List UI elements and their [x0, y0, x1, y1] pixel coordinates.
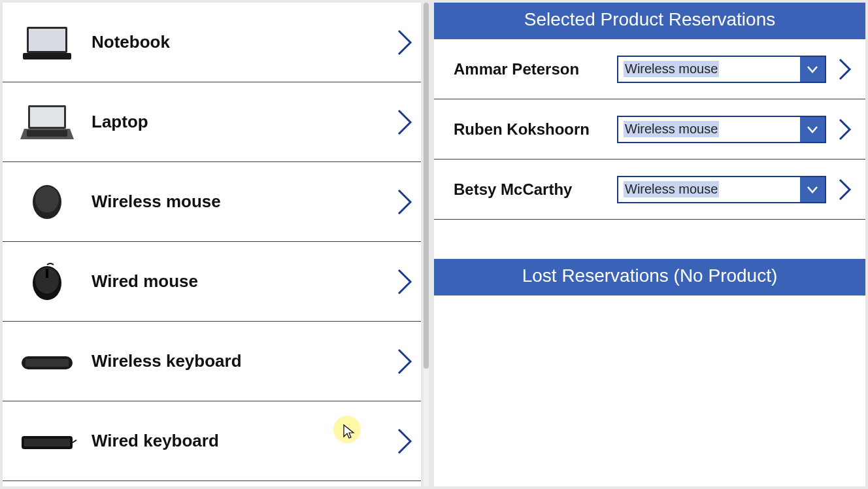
chevron-down-icon[interactable]	[800, 117, 825, 142]
notebook-icon	[14, 16, 80, 69]
svg-rect-2	[23, 53, 71, 59]
product-label: Wired mouse	[92, 271, 396, 292]
product-label: Wired keyboard	[92, 431, 396, 451]
right-panel: Selected Product Reservations Ammar Pete…	[434, 3, 865, 486]
person-name: Ammar Peterson	[454, 60, 617, 78]
chevron-right-icon	[396, 108, 414, 137]
chevron-right-icon	[396, 267, 414, 296]
chevron-right-icon	[396, 347, 414, 376]
product-item-wired-keyboard[interactable]: Wired keyboard	[3, 401, 421, 481]
product-item-wired-mouse[interactable]: Wired mouse	[3, 242, 421, 322]
selected-reservations-header: Selected Product Reservations	[434, 3, 865, 39]
product-item-wireless-mouse[interactable]: Wireless mouse	[3, 162, 421, 242]
svg-rect-4	[30, 107, 64, 127]
product-select-value: Wireless mouse	[618, 181, 800, 197]
product-label: Wireless mouse	[92, 192, 396, 212]
product-select[interactable]: Wireless mouse	[617, 56, 826, 83]
product-label: Laptop	[92, 112, 396, 132]
chevron-right-icon[interactable]	[838, 178, 852, 201]
svg-point-8	[35, 186, 59, 212]
reservation-row: Ruben Kokshoorn Wireless mouse	[434, 99, 865, 160]
chevron-down-icon[interactable]	[800, 57, 825, 82]
reservation-row: Ammar Peterson Wireless mouse	[434, 39, 865, 99]
svg-rect-1	[29, 29, 65, 51]
product-item-laptop[interactable]: Laptop	[3, 82, 421, 162]
product-select-value: Wireless mouse	[618, 121, 800, 137]
product-list: Notebook Laptop	[3, 3, 421, 486]
lost-reservations-header: Lost Reservations (No Product)	[434, 259, 865, 295]
scrollbar[interactable]	[424, 3, 429, 486]
product-item-notebook[interactable]: Notebook	[3, 3, 421, 82]
svg-rect-13	[25, 359, 69, 367]
person-name: Betsy McCarthy	[454, 180, 617, 199]
chevron-right-icon	[396, 28, 414, 57]
chevron-right-icon	[396, 188, 414, 216]
product-label: Notebook	[92, 32, 396, 52]
chevron-right-icon	[396, 427, 414, 456]
chevron-right-icon[interactable]	[838, 118, 852, 141]
chevron-down-icon[interactable]	[800, 177, 825, 202]
product-item-wireless-keyboard[interactable]: Wireless keyboard	[3, 322, 421, 401]
reservation-row: Betsy McCarthy Wireless mouse	[434, 160, 865, 220]
product-label: Wireless keyboard	[92, 351, 396, 371]
mouse-wireless-icon	[14, 176, 80, 228]
svg-rect-15	[24, 439, 70, 447]
chevron-right-icon[interactable]	[838, 58, 852, 81]
product-select[interactable]: Wireless mouse	[617, 116, 826, 143]
keyboard-wired-icon	[14, 415, 80, 467]
keyboard-wireless-icon	[14, 335, 80, 388]
laptop-icon	[14, 96, 80, 148]
person-name: Ruben Kokshoorn	[454, 120, 617, 139]
svg-rect-11	[46, 269, 48, 278]
svg-rect-6	[27, 130, 67, 137]
mouse-wired-icon	[14, 256, 80, 308]
product-select[interactable]: Wireless mouse	[617, 176, 826, 203]
scrollbar-thumb[interactable]	[424, 3, 429, 369]
product-select-value: Wireless mouse	[618, 61, 800, 77]
svg-line-16	[73, 440, 76, 443]
